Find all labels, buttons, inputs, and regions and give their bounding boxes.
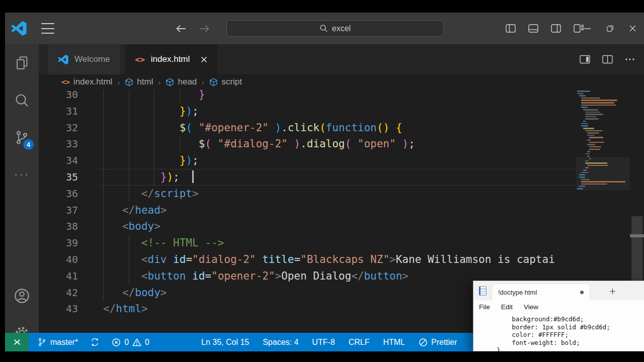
warnings-icon [132,338,141,347]
notepad-content[interactable]: background:#b9cd6d; border: 1px solid #b… [473,314,644,352]
forward-arrow-icon[interactable] [198,24,210,34]
minimap-line [587,135,595,136]
disabled-circle-icon [419,338,428,347]
notepad-window: !doctype html File Edit View background:… [473,281,644,351]
breadcrumb-item-script[interactable]: script [209,77,242,87]
back-arrow-icon[interactable] [175,24,187,34]
problems-status[interactable]: 0 0 [112,338,149,347]
breadcrumb-item-html[interactable]: html [125,77,153,87]
minimap-line [581,125,588,127]
source-control-icon[interactable]: 4 [5,119,39,156]
minimap-line [585,153,590,155]
more-views-icon[interactable]: ··· [5,156,39,193]
remote-indicator[interactable] [5,333,29,351]
code-line[interactable]: 36 </script> [39,186,576,202]
minimap-line [581,184,607,185]
toggle-panel-icon[interactable] [528,24,538,33]
notepad-text-line: background:#b9cd6d; [481,315,644,323]
minimap-line [587,132,599,134]
minimap-slider[interactable] [576,157,630,190]
command-search-box[interactable]: excel [226,20,444,37]
line-number: 33 [39,136,78,152]
toggle-secondary-sidebar-icon[interactable] [551,24,561,33]
breadcrumb-item-file[interactable]: <> index.html [61,77,112,87]
tab-index-html[interactable]: <> index.html [125,44,218,74]
close-window-button[interactable] [621,13,644,44]
overview-ruler-cursor-mark [630,234,644,237]
code-line[interactable]: 39 <!-- HTML --> [39,235,576,251]
minimize-button[interactable] [576,13,599,44]
toggle-sidebar-icon[interactable] [506,24,516,33]
formatter-status[interactable]: Prettier [419,338,457,347]
html-file-icon: <> [61,78,70,86]
code-line[interactable]: 33 $( "#dialog-2" ).dialog( "open" ); [39,136,576,152]
line-number: 38 [39,218,78,235]
encoding-status[interactable]: UTF-8 [312,338,335,347]
close-tab-icon[interactable] [201,56,207,63]
menu-view[interactable]: View [518,303,544,311]
minimap-line [587,144,595,145]
minimap-line [583,128,594,129]
git-branch-status[interactable]: master* [37,337,78,347]
sync-button[interactable] [90,337,100,347]
menu-file[interactable]: File [473,303,496,311]
line-number: 40 [39,251,78,268]
code-line[interactable]: 30 } [39,89,576,103]
split-editor-icon[interactable] [602,55,613,64]
code-line[interactable]: 31 }); [39,103,576,120]
code-line[interactable]: 38 <body> [39,218,576,235]
symbol-cube-icon [209,78,218,86]
tab-welcome[interactable]: Welcome [48,44,120,74]
chevron-right-icon: › [117,78,120,86]
more-actions-icon[interactable] [625,58,635,61]
code-line[interactable]: 37 </head> [39,202,576,219]
minimap-line [585,130,602,132]
breadcrumb-item-head[interactable]: head [166,77,197,87]
minimap-line [579,95,586,97]
notepad-tab-title: !doctype html [498,289,537,296]
minimap-line [581,98,600,99]
screen-letterbox-top [0,0,644,13]
plus-icon [609,288,616,295]
explorer-icon[interactable] [5,44,39,81]
cursor-position-status[interactable]: Ln 35, Col 15 [201,338,249,347]
new-tab-button[interactable] [605,285,619,297]
remote-icon [13,338,22,346]
minimap-line [583,169,587,171]
indentation-status[interactable]: Spaces: 4 [263,338,298,347]
code-line[interactable]: 34 }); [39,152,576,169]
minimap-line [585,167,589,168]
eol-status[interactable]: CRLF [349,338,370,347]
minimap-line [583,121,586,122]
search-icon [319,24,328,33]
notepad-tab[interactable]: !doctype html [492,284,590,300]
minimap-line [587,139,591,141]
minimap-line [577,93,584,95]
code-line[interactable]: 35 }); [39,169,576,186]
vscode-logo-icon [58,54,68,65]
minimap-line [581,172,589,173]
line-number: 39 [39,235,78,251]
search-icon[interactable] [5,81,39,119]
line-number: 37 [39,202,78,219]
activity-bar: 4 ··· [5,44,39,351]
html-file-icon: <> [135,55,145,64]
menu-hamburger-icon[interactable] [41,23,54,34]
line-number: 36 [39,186,78,202]
minimap-line [581,107,588,108]
notepad-menu-bar: File Edit View [473,300,644,314]
notepad-icon [479,286,487,296]
line-number: 30 [39,89,78,103]
code-line[interactable]: 40 <div id="dialog-2" title="Blackcaps N… [39,251,576,268]
accounts-icon[interactable] [5,277,39,314]
language-mode-status[interactable]: HTML [383,338,405,347]
minimap-line [589,137,603,138]
minimap-line [581,100,617,101]
minimap-line [577,90,590,92]
open-preview-icon[interactable] [580,55,590,64]
menu-edit[interactable]: Edit [496,303,518,311]
minimap-line [589,142,604,143]
scm-badge: 4 [23,139,34,150]
code-line[interactable]: 32 $( "#opener-2" ).click(function() { [39,120,576,136]
restore-button[interactable] [599,13,621,44]
